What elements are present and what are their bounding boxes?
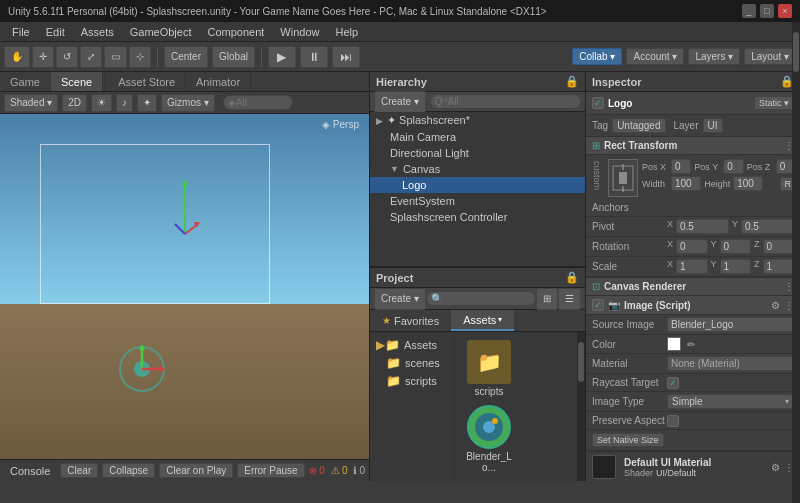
collab-btn[interactable]: Collab ▾ [572, 48, 622, 65]
rotate-tool[interactable]: ↺ [56, 46, 78, 68]
preserve-aspect-checkbox[interactable] [667, 415, 679, 427]
anchor-box[interactable] [608, 159, 638, 197]
mode-2d-btn[interactable]: 2D [62, 94, 87, 112]
tab-asset-store[interactable]: Asset Store [108, 72, 186, 91]
hier-splashscreen-ctrl[interactable]: Splashscreen Controller [370, 209, 585, 225]
step-btn[interactable]: ⏭ [332, 46, 360, 68]
layer-value[interactable]: UI [703, 118, 723, 133]
rect-transform-header[interactable]: ⊞ Rect Transform ⋮ [586, 137, 800, 155]
play-btn[interactable]: ▶ [268, 46, 296, 68]
hierarchy-create-btn[interactable]: Create ▾ [374, 91, 426, 113]
tab-game[interactable]: Game [0, 72, 51, 91]
inspector-panel: Inspector 🔒 Logo Static ▾ Tag Untagged L… [585, 72, 800, 481]
audio-btn[interactable]: ♪ [116, 94, 133, 112]
menu-window[interactable]: Window [272, 24, 327, 40]
material-settings-icon[interactable]: ⚙ [771, 462, 780, 473]
layout-btn[interactable]: Layout ▾ [744, 48, 796, 65]
hier-logo[interactable]: Logo [370, 177, 585, 193]
scene-search[interactable] [223, 95, 293, 110]
global-btn[interactable]: Global [212, 46, 255, 68]
clear-on-play-btn[interactable]: Clear on Play [159, 463, 233, 478]
rot-y-val[interactable]: 0 [720, 239, 751, 254]
image-type-val[interactable]: Simple ▾ [667, 394, 794, 409]
center-btn[interactable]: Center [164, 46, 208, 68]
maximize-btn[interactable]: □ [760, 4, 774, 18]
image-settings-icon[interactable]: ⚙ [771, 300, 780, 311]
tab-animator[interactable]: Animator [186, 72, 251, 91]
rot-z-val[interactable]: 0 [763, 239, 794, 254]
transform-tool[interactable]: ⊹ [129, 46, 151, 68]
hier-main-camera[interactable]: Main Camera [370, 129, 585, 145]
pivot-y-val[interactable]: 0.5 [741, 219, 794, 234]
close-btn[interactable]: × [778, 4, 792, 18]
source-image-val[interactable]: Blender_Logo [667, 317, 794, 332]
project-search[interactable] [426, 291, 536, 306]
scenes-folder[interactable]: 📁 scenes [370, 354, 454, 372]
menu-assets[interactable]: Assets [73, 24, 122, 40]
gizmos-btn[interactable]: Gizmos ▾ [161, 94, 215, 112]
canvas-renderer-header[interactable]: ⊡ Canvas Renderer ⋮ [586, 278, 800, 296]
scale-z-val[interactable]: 1 [763, 259, 794, 274]
menu-edit[interactable]: Edit [38, 24, 73, 40]
raycast-checkbox[interactable] [667, 377, 679, 389]
minimize-btn[interactable]: _ [742, 4, 756, 18]
tab-scene[interactable]: Scene [51, 72, 103, 91]
object-active-checkbox[interactable] [592, 97, 604, 109]
default-material-header[interactable]: Default UI Material Shader UI/Default ⚙ … [586, 452, 800, 481]
file-label-scripts: scripts [475, 386, 504, 397]
hier-directional-light[interactable]: Directional Light [370, 145, 585, 161]
error-pause-btn[interactable]: Error Pause [237, 463, 304, 478]
file-blender[interactable]: Blender_Lo... [463, 405, 515, 473]
pos-x-val[interactable]: 0 [671, 159, 691, 174]
color-swatch[interactable] [667, 337, 681, 351]
inspector-scrollbar[interactable] [792, 72, 800, 481]
hierarchy-lock[interactable]: 🔒 [565, 75, 579, 88]
material-val[interactable]: None (Material) [667, 356, 794, 371]
pivot-x-val[interactable]: 0.5 [676, 219, 729, 234]
account-btn[interactable]: Account ▾ [626, 48, 684, 65]
hier-canvas[interactable]: ▼ Canvas [370, 161, 585, 177]
menu-component[interactable]: Component [199, 24, 272, 40]
hierarchy-search[interactable] [430, 94, 581, 109]
menu-file[interactable]: File [4, 24, 38, 40]
rot-x-val[interactable]: 0 [676, 239, 707, 254]
project-list-btn[interactable]: ☰ [558, 288, 581, 310]
hand-tool[interactable]: ✋ [4, 46, 30, 68]
width-val[interactable]: 100 [671, 176, 701, 191]
scene-view[interactable]: ◈ Persp [0, 114, 369, 459]
hier-splashscreen[interactable]: ▶ ✦ Splashscreen* [370, 112, 585, 129]
light-btn[interactable]: ☀ [91, 94, 112, 112]
collapse-btn[interactable]: Collapse [102, 463, 155, 478]
scale-tool[interactable]: ⤢ [80, 46, 102, 68]
move-tool[interactable]: ✛ [32, 46, 54, 68]
pos-y-val[interactable]: 0 [723, 159, 743, 174]
hier-eventsystem[interactable]: EventSystem [370, 193, 585, 209]
clear-btn[interactable]: Clear [60, 463, 98, 478]
pause-btn[interactable]: ⏸ [300, 46, 328, 68]
layers-btn[interactable]: Layers ▾ [688, 48, 740, 65]
shaded-dropdown[interactable]: Shaded ▾ [4, 94, 58, 112]
tag-value[interactable]: Untagged [612, 118, 665, 133]
color-edit-btn[interactable]: ✏ [685, 339, 697, 350]
tab-favorites[interactable]: ★ Favorites [370, 310, 451, 331]
image-enabled-checkbox[interactable] [592, 299, 604, 311]
window-controls[interactable]: _ □ × [742, 4, 792, 18]
assets-folder[interactable]: ▶📁 Assets [370, 336, 454, 354]
image-script-header[interactable]: 📷 Image (Script) ⚙ ⋮ [586, 296, 800, 315]
menu-help[interactable]: Help [327, 24, 366, 40]
scripts-folder[interactable]: 📁 scripts [370, 372, 454, 390]
rect-tool[interactable]: ▭ [104, 46, 127, 68]
menu-gameobject[interactable]: GameObject [122, 24, 200, 40]
file-scripts[interactable]: 📁 scripts [463, 340, 515, 397]
fx-btn[interactable]: ✦ [137, 94, 157, 112]
set-native-btn[interactable]: Set Native Size [592, 433, 664, 447]
static-btn[interactable]: Static ▾ [754, 96, 794, 110]
project-create-btn[interactable]: Create ▾ [374, 288, 426, 310]
scale-x-val[interactable]: 1 [676, 259, 707, 274]
scale-y-val[interactable]: 1 [720, 259, 751, 274]
project-scrollbar[interactable] [577, 332, 585, 481]
project-lock[interactable]: 🔒 [565, 271, 579, 284]
project-view-btn[interactable]: ⊞ [536, 288, 558, 310]
height-val[interactable]: 100 [733, 176, 763, 191]
tab-assets[interactable]: Assets ▾ [451, 310, 514, 331]
